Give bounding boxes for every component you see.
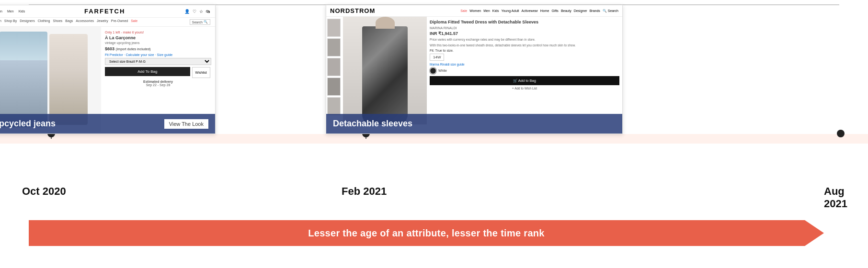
nordstrom-description: With this two-looks-in-one tweed sheath … [430, 43, 619, 47]
nordstrom-fit: Fit: True to size. [430, 49, 619, 52]
nordstrom-product-title: Diploma Fitted Tweed Dress with Detachab… [430, 20, 619, 25]
farfetch-icons: 👤 ♡ ☆ 🛍 [184, 9, 210, 14]
timeline-label-oct: Oct 2020 [22, 185, 66, 198]
nav-newin[interactable]: New In [0, 19, 1, 25]
farfetch-size-select[interactable]: Select size Brazil P-M-G [105, 58, 211, 65]
farfetch-top-nav: Women Men Kids [0, 10, 25, 13]
view-the-look-button[interactable]: View The Look [164, 119, 208, 129]
nordstrom-body: Diploma Fitted Tweed Dress with Detachab… [326, 17, 622, 124]
farfetch-nav: New In Shop By Designers Clothing Shoes … [0, 18, 215, 27]
color-label: White [438, 69, 447, 72]
farfetch-card: Women Men Kids FARFETCH 👤 ♡ ☆ 🛍 New In S… [0, 5, 216, 134]
nordstrom-size-guide[interactable]: Marina Rinaldi size guide [430, 63, 619, 66]
nord-beauty[interactable]: Beauty [561, 9, 571, 13]
nav-sale[interactable]: Sale [131, 19, 137, 25]
dress-figure [343, 17, 427, 124]
nord-gifts[interactable]: Gifts [551, 9, 558, 13]
nordstrom-add-to-bag[interactable]: 🛒 Add to Bag [430, 76, 619, 85]
account-icon[interactable]: 👤 [184, 9, 190, 14]
nord-sale[interactable]: Sale [460, 9, 467, 13]
farfetch-badge: Upcycled jeans View The Look [0, 114, 215, 134]
nordstrom-top-nav: Sale Women Men Kids Young Adult Activewe… [460, 9, 618, 13]
nordstrom-price: INR ₹1,941.57 [430, 31, 619, 36]
nordstrom-main-image [343, 17, 427, 124]
nordstrom-thumb-3[interactable] [327, 58, 341, 76]
nord-men[interactable]: Men [483, 9, 490, 13]
nord-search[interactable]: 🔍 Search [603, 9, 618, 13]
nordstrom-badge-text: Detachable sleeves [333, 119, 412, 129]
farfetch-price: $603 (Import duties included) [105, 46, 211, 51]
timeline-label-feb: Feb 2021 [342, 185, 387, 198]
farfetch-product-title: À La Garçonne [105, 35, 211, 40]
nord-women[interactable]: Women [469, 9, 481, 13]
farfetch-delivery: Estimated delivery Sep 22 - Sep 28 [105, 80, 211, 87]
farfetch-wishlist[interactable]: Wishlist [192, 67, 210, 78]
nordstrom-thumb-5[interactable] [327, 97, 341, 115]
nav-shoes[interactable]: Shoes [53, 19, 62, 25]
color-swatch-dark[interactable] [430, 67, 436, 74]
search-icon-farfetch[interactable]: 🔍 [204, 20, 208, 24]
timeline-label-aug: Aug 2021 [824, 185, 868, 210]
timeline-band [0, 134, 868, 144]
arrow-banner-text: Lesser the age of an attribute, lesser t… [308, 228, 545, 239]
nord-activewear[interactable]: Activewear [522, 9, 538, 13]
nordstrom-badge: Detachable sleeves [326, 114, 622, 134]
nord-home[interactable]: Home [540, 9, 549, 13]
nord-brands[interactable]: Brands [590, 9, 600, 13]
nord-young[interactable]: Young Adult [501, 9, 519, 13]
search-input-farfetch[interactable]: Search [192, 21, 203, 24]
nav-accessories[interactable]: Accessories [76, 19, 94, 25]
nordstrom-price-note: Price varies with currency exchange rate… [430, 37, 619, 42]
nordstrom-thumb-2[interactable] [327, 38, 341, 56]
nordstrom-thumb-4[interactable] [327, 78, 341, 96]
nav-shopby[interactable]: Shop By [4, 19, 17, 25]
main-container: Oct 2020 Feb 2021 Aug 2021 Women Men Kid… [0, 0, 868, 268]
nordstrom-product-brand: MARINA RINALDI [430, 26, 619, 30]
cart-icon[interactable]: 🛍 [206, 9, 210, 14]
star-icon[interactable]: ☆ [199, 9, 203, 14]
farfetch-badge-text: Upcycled jeans [0, 119, 56, 129]
nav-designers[interactable]: Designers [20, 19, 35, 25]
heart-icon[interactable]: ♡ [193, 9, 196, 14]
nord-kids[interactable]: Kids [492, 9, 499, 13]
arrow-banner: Lesser the age of an attribute, lesser t… [29, 220, 824, 246]
nav-preowned[interactable]: Pre-Owned [111, 19, 128, 25]
jeans-image-1 [0, 32, 47, 127]
men-link[interactable]: Men [7, 10, 14, 13]
farfetch-header: Women Men Kids FARFETCH 👤 ♡ ☆ 🛍 [0, 5, 215, 18]
nav-bags[interactable]: Bags [65, 19, 73, 25]
nav-jewelry[interactable]: Jewelry [97, 19, 108, 25]
women-link[interactable]: Women [0, 10, 2, 13]
nordstrom-wishlist[interactable]: + Add to Wish List [430, 87, 619, 90]
jeans-image-2 [49, 34, 88, 125]
farfetch-alert: Only 1 left - make it yours! [105, 31, 211, 34]
farfetch-add-to-bag[interactable]: Add To Bag [105, 67, 190, 76]
nordstrom-card: NORDSTROM Sale Women Men Kids Young Adul… [326, 5, 623, 134]
farfetch-logo: FARFETCH [84, 8, 125, 15]
nordstrom-thumbnails [326, 17, 343, 124]
nord-designer[interactable]: Designer [574, 9, 587, 13]
nordstrom-logo: NORDSTROM [330, 7, 375, 14]
nordstrom-thumb-1[interactable] [327, 19, 341, 37]
nav-clothing[interactable]: Clothing [38, 19, 50, 25]
timeline-dot-aug [837, 130, 845, 137]
nordstrom-product-detail: Diploma Fitted Tweed Dress with Detachab… [427, 17, 622, 124]
farfetch-product-sub: vintage upcycling jeans [105, 41, 211, 45]
kids-link[interactable]: Kids [19, 10, 25, 13]
nordstrom-header: NORDSTROM Sale Women Men Kids Young Adul… [326, 5, 622, 17]
nordstrom-size-tag[interactable]: 14W [430, 54, 444, 61]
fit-predictor[interactable]: Fit Predictor · Calculate your size · Si… [105, 53, 211, 56]
